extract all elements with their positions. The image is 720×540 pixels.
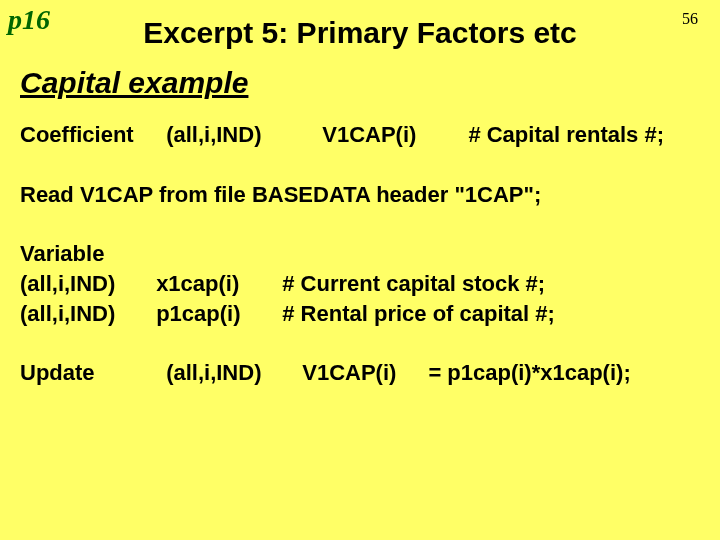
- update-label: Update: [20, 358, 160, 388]
- slide: p16 56 Excerpt 5: Primary Factors etc Ca…: [0, 0, 720, 540]
- read-line: Read V1CAP from file BASEDATA header "1C…: [20, 180, 700, 210]
- slide-title: Excerpt 5: Primary Factors etc: [0, 16, 720, 50]
- update-name: V1CAP(i): [302, 358, 422, 388]
- variable-label: Variable: [20, 239, 160, 269]
- variable-domain: (all,i,IND): [20, 269, 150, 299]
- variable-comment: # Current capital stock #;: [282, 271, 545, 296]
- update-rhs: = p1cap(i)*x1cap(i);: [428, 360, 630, 385]
- variable-block: Variable (all,i,IND) x1cap(i) # Current …: [20, 239, 700, 328]
- variable-domain: (all,i,IND): [20, 299, 150, 329]
- variable-name: p1cap(i): [156, 299, 276, 329]
- variable-row: (all,i,IND) x1cap(i) # Current capital s…: [20, 271, 545, 296]
- coefficient-name: V1CAP(i): [322, 120, 462, 150]
- variable-comment: # Rental price of capital #;: [282, 301, 555, 326]
- variable-row: (all,i,IND) p1cap(i) # Rental price of c…: [20, 301, 555, 326]
- coefficient-domain: (all,i,IND): [166, 120, 316, 150]
- update-domain: (all,i,IND): [166, 358, 296, 388]
- coefficient-comment: # Capital rentals #;: [468, 122, 664, 147]
- coefficient-label: Coefficient: [20, 120, 160, 150]
- update-line: Update (all,i,IND) V1CAP(i) = p1cap(i)*x…: [20, 358, 700, 388]
- slide-body: Coefficient (all,i,IND) V1CAP(i) # Capit…: [20, 120, 700, 418]
- slide-subtitle: Capital example: [20, 66, 248, 100]
- variable-name: x1cap(i): [156, 269, 276, 299]
- coefficient-line: Coefficient (all,i,IND) V1CAP(i) # Capit…: [20, 120, 700, 150]
